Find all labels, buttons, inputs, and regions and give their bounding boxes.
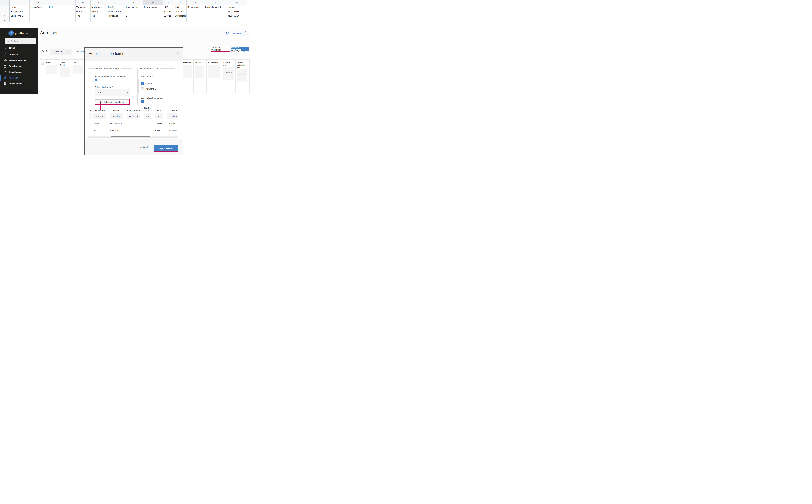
- sidebar-item-versandmethoden[interactable]: Versandmethoden: [0, 57, 38, 63]
- sheet-cell[interactable]: [48, 21, 75, 22]
- filter-input[interactable]: [208, 65, 220, 78]
- encoding-select[interactable]: utf-8 ▲▼: [95, 89, 130, 96]
- sheet-col-header-selected[interactable]: H: [143, 0, 163, 5]
- sheet-cell[interactable]: [30, 9, 48, 14]
- mapping-select[interactable]: st▲▼: [144, 113, 151, 119]
- sheet-cell[interactable]: [143, 18, 163, 21]
- sheet-cell[interactable]: Musterstraße: [107, 9, 125, 14]
- sheet-cell[interactable]: Musterstadt: [174, 14, 186, 18]
- sheet-cell[interactable]: [10, 21, 30, 22]
- sheet-cell[interactable]: Hausnummer: [125, 5, 143, 9]
- sheet-cell[interactable]: Telefon: [227, 5, 247, 9]
- page-size-select[interactable]: 25 ▲▼: [230, 49, 236, 53]
- chevron-left-icon[interactable]: ‹: [36, 53, 36, 56]
- sheet-cell[interactable]: [227, 18, 247, 21]
- sheet-col-header[interactable]: E: [91, 0, 107, 5]
- sheet-cell[interactable]: Beispielfirma: [10, 14, 30, 18]
- sheet-cell[interactable]: [10, 18, 30, 21]
- sheet-cell[interactable]: [227, 21, 247, 22]
- mandant-1-checkbox[interactable]: [141, 87, 144, 90]
- sheet-cell[interactable]: [48, 14, 75, 18]
- mapping-select[interactable]: zip▲▼: [155, 113, 163, 119]
- sheet-cell[interactable]: Tina: [75, 14, 91, 18]
- user-avatar-icon[interactable]: [243, 31, 247, 36]
- sheet-cell[interactable]: [186, 14, 205, 18]
- sheet-cell[interactable]: [205, 18, 227, 21]
- sheet-cell[interactable]: Straße: [107, 5, 125, 9]
- mapping-select[interactable]: street▲▼: [110, 113, 123, 119]
- sheet-cell[interactable]: Stadt: [174, 5, 186, 9]
- sheet-row-header[interactable]: 4: [0, 18, 10, 21]
- scrollbar-thumb[interactable]: [111, 136, 150, 137]
- sheet-cell[interactable]: 1: [125, 9, 143, 14]
- sheet-cell[interactable]: 654321: [163, 14, 174, 18]
- sheet-cell[interactable]: PLZ: [163, 5, 174, 9]
- sidebar-item-bestellungen[interactable]: Bestellungen: [0, 63, 38, 69]
- chevron-down-icon[interactable]: ▼: [241, 33, 242, 35]
- sheet-cell[interactable]: [107, 21, 125, 22]
- sheet-cell[interactable]: [91, 18, 107, 21]
- sheet-cell[interactable]: [107, 18, 125, 21]
- sheet-cell[interactable]: [186, 18, 205, 21]
- sheet-col-header[interactable]: I: [163, 0, 174, 5]
- sheet-cell[interactable]: [163, 21, 174, 22]
- import-addresses-button[interactable]: Adressen importieren: [211, 46, 230, 52]
- sheet-cell[interactable]: 123456: [163, 9, 174, 14]
- sheet-cell[interactable]: [48, 18, 75, 21]
- mandant-default-checkbox[interactable]: ✓: [141, 82, 144, 85]
- sheet-col-header[interactable]: A: [10, 0, 30, 5]
- sheet-cell[interactable]: [163, 18, 174, 21]
- sheet-cell[interactable]: Bundesland: [186, 5, 205, 9]
- first-row-checkbox[interactable]: ✓: [95, 79, 97, 81]
- sheet-cell[interactable]: 2: [125, 14, 143, 18]
- sheet-cell[interactable]: [205, 9, 227, 14]
- sheet-col-header[interactable]: L: [205, 0, 227, 5]
- sidebar-item-adressen[interactable]: Adressen: [0, 75, 38, 81]
- sheet-row-header[interactable]: 5: [0, 21, 10, 22]
- printformer-logo[interactable]: P printformer: [0, 30, 38, 36]
- sheet-cell[interactable]: [186, 9, 205, 14]
- editable-checkbox[interactable]: ✓: [141, 100, 143, 103]
- date-filter-input[interactable]: Datum ×: [237, 69, 247, 82]
- sheet-row-header[interactable]: 2: [0, 9, 10, 14]
- user-name[interactable]: Franziska: [232, 33, 241, 35]
- start-import-button[interactable]: Import starten: [154, 145, 177, 151]
- sheet-cell[interactable]: [186, 21, 205, 22]
- sheet-col-header[interactable]: K: [186, 0, 205, 5]
- cancel-button[interactable]: Abbruch: [140, 146, 148, 148]
- mapping-select[interactable]: city▲▼: [167, 113, 178, 119]
- sidebar-search-input[interactable]: Suchen: [5, 38, 36, 44]
- sheet-cell[interactable]: [174, 21, 186, 22]
- sidebar-item-produkte[interactable]: Produkte ‹: [0, 52, 38, 57]
- sheet-cell[interactable]: [143, 9, 163, 14]
- sidebar-item-bestellstatus[interactable]: Bestellstatus: [0, 69, 38, 75]
- sheet-col-header[interactable]: C: [48, 0, 75, 5]
- sheet-col-header[interactable]: B: [30, 0, 48, 5]
- sheet-cell[interactable]: [125, 21, 143, 22]
- sheet-col-header[interactable]: D: [75, 0, 91, 5]
- sheet-cell[interactable]: [30, 21, 48, 22]
- sheet-cell[interactable]: [205, 21, 227, 22]
- sheet-cell[interactable]: Titel: [48, 5, 75, 9]
- filter-input[interactable]: [73, 65, 83, 74]
- mapping-select[interactable]: last_n▲▼: [93, 113, 105, 119]
- clear-filter-icon[interactable]: ×: [245, 73, 246, 76]
- sheet-cell[interactable]: [91, 21, 107, 22]
- sheet-cell[interactable]: Straße Zusatz: [143, 5, 163, 9]
- sheet-cell[interactable]: [75, 21, 91, 22]
- bell-icon[interactable]: [226, 31, 230, 35]
- sheet-cell[interactable]: Firma: [10, 5, 30, 9]
- sheet-cell[interactable]: [48, 9, 75, 14]
- sheet-cell[interactable]: [143, 21, 163, 22]
- mapping-select[interactable]: [89, 113, 91, 119]
- sheet-cell[interactable]: [30, 14, 48, 18]
- date-filter-input[interactable]: Datum ×: [224, 67, 234, 80]
- mapping-select[interactable]: street_n▲▼: [127, 113, 140, 119]
- sheet-col-header[interactable]: J: [174, 0, 186, 5]
- sheet-cell[interactable]: Maria: [75, 9, 91, 14]
- sheet-col-header[interactable]: G: [125, 0, 143, 5]
- sheet-cell[interactable]: [143, 14, 163, 18]
- sheet-cell[interactable]: Teststadt: [174, 9, 186, 14]
- sheet-cell[interactable]: Beispielfirma: [10, 9, 30, 14]
- sort-desc-icon[interactable]: ↓: [233, 62, 234, 65]
